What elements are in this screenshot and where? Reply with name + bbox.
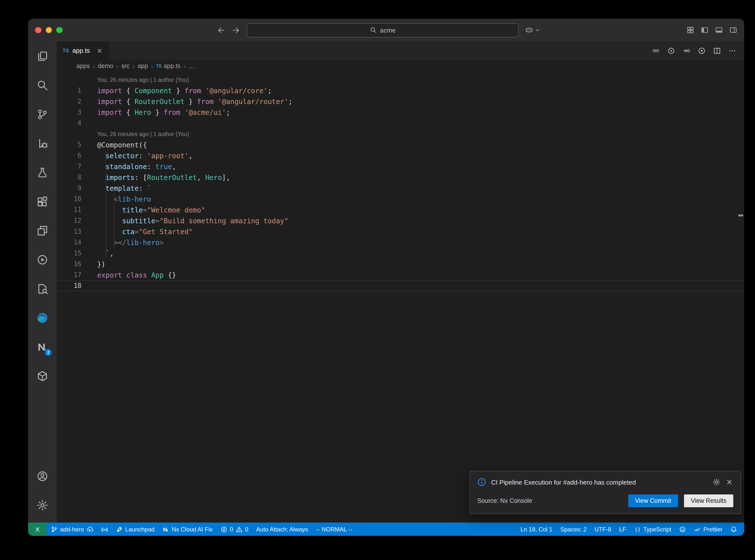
open-changes-icon[interactable]: [652, 46, 660, 55]
line-number: 3: [57, 107, 81, 118]
toggle-primary-sidebar-icon[interactable]: [701, 26, 709, 34]
notification-header: CI Pipeline Execution for #add-hero has …: [477, 478, 733, 486]
status-formatter[interactable]: Prettier: [690, 522, 727, 536]
breadcrumb-item--[interactable]: …: [188, 63, 195, 69]
git-blame-lens[interactable]: You, 26 minutes ago | 1 author (You): [57, 75, 744, 85]
svg-text:{}: {}: [634, 526, 640, 532]
scrollbar[interactable]: [737, 73, 744, 522]
activity-item-explorer[interactable]: [28, 41, 57, 71]
status-bar-right: Ln 18, Col 1Spaces: 2UTF-8LF{}TypeScript…: [517, 522, 744, 536]
toggle-secondary-sidebar-icon[interactable]: [729, 26, 737, 34]
activity-item-code-search[interactable]: [28, 274, 57, 303]
status-launchpad[interactable]: Launchpad: [112, 522, 159, 536]
toggle-blame-icon[interactable]: [667, 46, 675, 55]
breadcrumb-item-apps[interactable]: apps: [76, 63, 90, 69]
close-window-button[interactable]: [35, 27, 41, 33]
breadcrumb-item-app[interactable]: app: [138, 63, 148, 69]
line-content: [81, 118, 97, 129]
run-file-icon[interactable]: [698, 46, 706, 55]
command-center-search[interactable]: acme: [246, 23, 519, 37]
breadcrumb-item-demo[interactable]: demo: [98, 63, 114, 69]
activity-item-search[interactable]: [28, 71, 57, 100]
activity-item-nx-console[interactable]: 2: [28, 332, 57, 361]
search-value: acme: [380, 26, 396, 34]
breadcrumb-separator: ›: [116, 62, 118, 70]
activity-item-accounts[interactable]: [28, 461, 57, 491]
code-line-7: 7 standalone: true,: [57, 161, 744, 172]
customize-layout-icon[interactable]: [687, 26, 694, 34]
navigate-forward-icon[interactable]: [232, 26, 240, 34]
view-commit-button[interactable]: View Commit: [628, 495, 678, 507]
indent-guide: [105, 151, 106, 259]
status-notifications-bell[interactable]: [727, 522, 741, 536]
status-label: 0: [245, 526, 248, 533]
status-ports[interactable]: [97, 522, 112, 536]
zoom-window-button[interactable]: [56, 27, 62, 33]
info-icon: [477, 478, 486, 486]
activity-item-testing[interactable]: [28, 158, 57, 187]
activity-bar-bottom: [28, 461, 57, 522]
status-encoding[interactable]: UTF-8: [591, 522, 615, 536]
status-vim-mode[interactable]: -- NORMAL --: [312, 522, 356, 536]
edge-devtools-icon: [37, 312, 48, 324]
status-label: 0: [230, 526, 233, 533]
status-remote-indicator[interactable]: [28, 522, 47, 536]
status-label: Spaces: 2: [560, 526, 587, 533]
line-number: 6: [57, 151, 81, 161]
status-label: -- NORMAL --: [316, 526, 352, 533]
activity-item-edge-devtools[interactable]: [28, 303, 57, 332]
line-number: 14: [57, 237, 81, 248]
navigate-back-icon[interactable]: [217, 26, 225, 34]
status-auto-attach[interactable]: Auto Attach: Always: [252, 522, 312, 536]
status-cursor-position[interactable]: Ln 18, Col 1: [517, 522, 556, 536]
breadcrumb-separator: ›: [133, 62, 135, 70]
status-git-branch[interactable]: add-hero: [47, 522, 97, 536]
minimize-window-button[interactable]: [46, 27, 52, 33]
status-indentation[interactable]: Spaces: 2: [556, 522, 591, 536]
toggle-panel-icon[interactable]: [715, 26, 723, 34]
activity-item-dependencies[interactable]: [28, 361, 57, 391]
open-changes-with-icon[interactable]: [682, 46, 690, 55]
code-editor[interactable]: You, 26 minutes ago | 1 author (You)1imp…: [57, 73, 744, 522]
activity-item-run-target[interactable]: [28, 245, 57, 274]
notification-close-icon[interactable]: [726, 478, 733, 486]
activity-item-settings[interactable]: [28, 491, 57, 520]
activity-item-remote-explorer[interactable]: [28, 216, 57, 245]
code-line-6: 6 selector: 'app-root',: [57, 151, 744, 161]
code-line-5: 5@Component({: [57, 140, 744, 151]
editor-actions: [652, 41, 744, 60]
check-double-icon: [694, 526, 701, 533]
notification-settings-icon[interactable]: [713, 478, 720, 486]
line-content: ></lib-hero>: [81, 237, 164, 248]
chevron-down-icon: [535, 27, 540, 33]
breadcrumb-item-app-ts[interactable]: TSapp.ts: [156, 63, 180, 69]
view-results-button[interactable]: View Results: [684, 495, 733, 507]
status-feedback[interactable]: [675, 522, 690, 536]
activity-item-source-control[interactable]: [28, 100, 57, 129]
status-language-mode[interactable]: {}TypeScript: [630, 522, 675, 536]
line-content: import { Component } from '@angular/core…: [81, 85, 272, 96]
code-line-3: 3import { Hero } from '@acme/ui';: [57, 107, 744, 118]
activity-item-extensions[interactable]: [28, 187, 57, 216]
activity-item-run-and-debug[interactable]: [28, 129, 57, 158]
line-content: @Component({: [81, 140, 147, 151]
line-number: 5: [57, 140, 81, 151]
status-eol[interactable]: LF: [615, 522, 630, 536]
breadcrumb-item-src[interactable]: src: [121, 63, 130, 69]
line-content: [81, 280, 97, 291]
split-editor-icon[interactable]: [713, 46, 721, 55]
status-problems[interactable]: 00: [217, 522, 252, 536]
more-actions-icon[interactable]: [728, 46, 736, 55]
accounts-icon: [37, 470, 48, 482]
tab-app-ts[interactable]: TS app.ts: [57, 41, 109, 60]
status-nx-cloud-ai-fix[interactable]: Nx Cloud AI Fix: [159, 522, 217, 536]
line-number: 1: [57, 85, 81, 96]
close-tab-icon[interactable]: [96, 47, 103, 54]
git-blame-lens[interactable]: You, 26 minutes ago | 1 author (You): [57, 129, 744, 140]
line-content: import { RouterOutlet } from '@angular/r…: [81, 96, 293, 107]
search-icon: [370, 27, 377, 34]
window-controls: [35, 27, 94, 33]
line-number: 11: [57, 205, 81, 215]
cloud-upload-icon: [86, 526, 93, 533]
copilot-menu[interactable]: [525, 26, 540, 34]
